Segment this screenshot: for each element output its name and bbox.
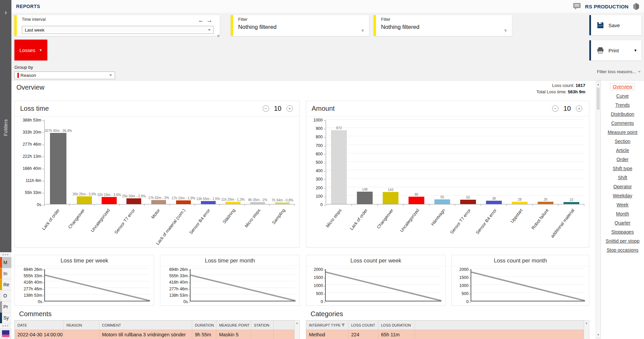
filter-funnel-icon[interactable]: [340, 323, 345, 327]
column-header[interactable]: REASON: [64, 321, 99, 330]
nav-item-snittid-per-stopp[interactable]: Snittid per stopp: [603, 238, 641, 244]
nav-item-comments[interactable]: Comments: [609, 120, 636, 127]
bar[interactable]: [512, 202, 527, 204]
bar[interactable]: [486, 201, 501, 204]
nav-item-curve[interactable]: Curve: [614, 93, 631, 99]
nav-item-overview[interactable]: Overview: [610, 83, 635, 90]
column-header[interactable]: [274, 321, 294, 330]
column-header[interactable]: LOSS DURATION: [378, 321, 415, 330]
app-shortcut-re[interactable]: Re: [0, 279, 11, 290]
nav-item-measure-point[interactable]: Measure point: [606, 129, 640, 136]
table-row[interactable]: 2022-04-30 14:00:00Motorn till rullbana …: [15, 330, 294, 339]
main-scrollbar[interactable]: ▲ ▼: [596, 82, 601, 338]
plot-area: [325, 269, 441, 301]
nav-item-order[interactable]: Order: [614, 156, 631, 163]
scrollbar-thumb[interactable]: [597, 88, 600, 110]
increase-limit-button[interactable]: +: [576, 105, 582, 112]
y-axis-tick-label: 555h 33m: [23, 274, 42, 278]
scroll-up-icon[interactable]: ▲: [596, 82, 600, 87]
column-header[interactable]: INTERRUPT TYPE: [306, 321, 348, 330]
x-axis-label: Sampling: [270, 207, 295, 246]
column-header[interactable]: [415, 321, 584, 330]
screen: › Folders ●●● MInReOPrSy ●●● REPORTS RS …: [0, 0, 644, 339]
app-shortcut-m[interactable]: M: [0, 257, 11, 268]
nav-item-distribution[interactable]: Distribution: [609, 111, 636, 117]
chat-icon[interactable]: [573, 3, 581, 10]
nav-item-trends[interactable]: Trends: [613, 102, 632, 108]
bar[interactable]: [50, 133, 66, 204]
chevron-down-icon[interactable]: ▼: [503, 28, 508, 33]
trend-line: [191, 269, 296, 301]
table-scrollbar[interactable]: ▲: [294, 320, 300, 339]
chevron-down-icon[interactable]: ▼: [360, 28, 365, 33]
column-header[interactable]: MEASURE POINT: [216, 321, 251, 330]
drag-dots-icon[interactable]: ●●●: [0, 324, 11, 328]
bar[interactable]: [331, 130, 346, 204]
bar[interactable]: [102, 197, 116, 204]
decrease-limit-button[interactable]: −: [552, 105, 558, 112]
sidebar-expand-chevron-icon[interactable]: ›: [0, 9, 11, 15]
nav-item-month[interactable]: Month: [614, 210, 631, 217]
increase-limit-button[interactable]: +: [286, 105, 293, 112]
nav-item-section[interactable]: Section: [613, 138, 633, 145]
save-icon: [597, 22, 604, 29]
save-button[interactable]: Save: [589, 15, 641, 35]
filter-card-2[interactable]: Filter Nothing filtered ▼: [374, 15, 512, 36]
filter-loss-reasons-dropdown[interactable]: Filter loss reasons...: [597, 69, 641, 74]
app-color-stripe: [0, 312, 2, 323]
column-header[interactable]: DURATION: [192, 321, 216, 330]
bar[interactable]: [225, 202, 240, 204]
bar[interactable]: [357, 192, 372, 204]
brand-logo-icon[interactable]: [633, 3, 639, 10]
app-shortcut-o[interactable]: O: [0, 290, 11, 301]
app-shortcut-pr[interactable]: Pr: [0, 301, 11, 312]
nav-item-week[interactable]: Week: [614, 201, 631, 208]
column-header[interactable]: DATE: [15, 321, 64, 330]
app-color-stripe: [0, 279, 2, 290]
bar[interactable]: [126, 198, 141, 204]
table-scrollbar[interactable]: ▲: [584, 320, 589, 339]
group-by-select[interactable]: Reason: [14, 71, 115, 79]
filter-card-1[interactable]: Filter Nothing filtered ▼: [231, 15, 369, 36]
column-header[interactable]: COMMENT: [99, 321, 192, 330]
loss-time-per-month-chart: Loss time per month0s138h 53m277h 46m416…: [160, 255, 300, 306]
bar[interactable]: [275, 202, 290, 204]
losses-dropdown-button[interactable]: Losses▼: [14, 40, 47, 60]
nav-item-stop-occasions[interactable]: Stop occasions: [605, 247, 641, 253]
decrease-limit-button[interactable]: −: [263, 105, 269, 112]
app-shortcut-label: Sy: [3, 315, 9, 321]
bar[interactable]: [151, 200, 166, 204]
bar[interactable]: [250, 202, 265, 204]
nav-item-stoppages[interactable]: Stoppages: [609, 229, 636, 235]
bar[interactable]: [564, 202, 579, 204]
chevron-down-icon: ▼: [39, 48, 42, 52]
print-button[interactable]: Print ▼: [589, 40, 641, 60]
drag-dots-icon[interactable]: ●●●: [0, 252, 11, 257]
table-row[interactable]: Method22465h 11m: [306, 330, 584, 339]
nav-item-shift[interactable]: Shift: [616, 174, 629, 181]
time-interval-select[interactable]: Last week: [22, 26, 214, 34]
gridline: [45, 268, 150, 269]
app-shortcut-sy[interactable]: Sy: [0, 312, 11, 324]
nav-item-quarter[interactable]: Quarter: [612, 220, 632, 226]
nav-item-shift-type[interactable]: Shift type: [611, 165, 634, 172]
y-axis-tick-label: 694h 26m: [169, 267, 188, 272]
bar[interactable]: [176, 200, 191, 204]
bar[interactable]: [383, 192, 398, 204]
column-header[interactable]: STATION: [251, 321, 274, 330]
bar[interactable]: [538, 202, 553, 204]
nav-item-article[interactable]: Article: [614, 147, 631, 154]
nav-item-operator[interactable]: Operator: [611, 183, 634, 190]
bar[interactable]: [201, 201, 216, 204]
y-axis-tick-label: 900: [316, 126, 323, 131]
bar[interactable]: [77, 196, 92, 204]
app-shortcut-in[interactable]: In: [0, 268, 11, 279]
card-resize-icon[interactable]: ▼: [216, 33, 221, 39]
scroll-down-icon[interactable]: ▼: [596, 333, 600, 337]
interval-back-forward-arrows[interactable]: ←→: [198, 17, 215, 24]
bar[interactable]: [409, 197, 424, 204]
bar[interactable]: [460, 200, 476, 204]
column-header[interactable]: LOSS COUNT: [348, 321, 378, 330]
bar[interactable]: [434, 199, 450, 204]
nav-item-weekday[interactable]: Weekday: [611, 192, 634, 199]
